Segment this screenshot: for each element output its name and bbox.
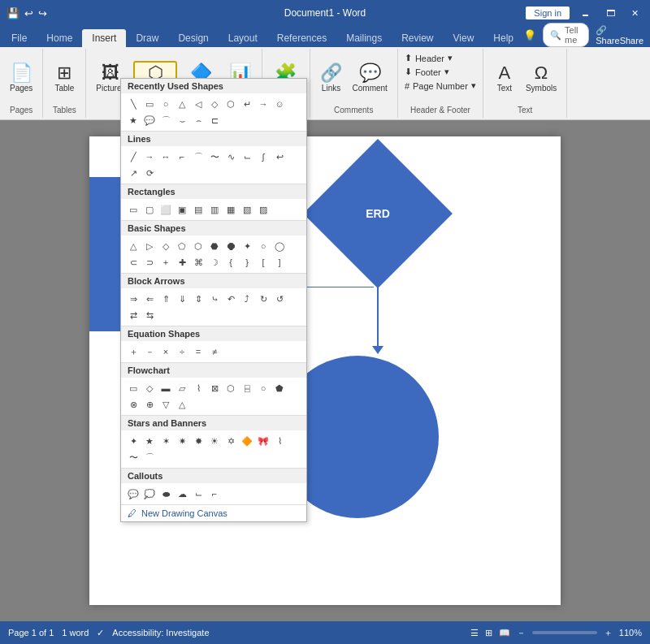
shape-star[interactable]: ★	[126, 113, 141, 128]
line-curved2[interactable]: ∫	[256, 149, 271, 164]
zoom-out-button[interactable]: －	[517, 627, 526, 639]
page-number-button[interactable]: # Page Number ▾	[403, 80, 478, 92]
co-bent[interactable]: ⌐	[207, 486, 222, 501]
sb-8pt[interactable]: ✸	[191, 434, 206, 448]
fc-misc2[interactable]: ⊕	[142, 397, 157, 412]
fc-terminal[interactable]: ▬	[158, 381, 173, 395]
shape-bent[interactable]: ↵	[240, 97, 254, 111]
tab-help[interactable]: Help	[483, 29, 523, 47]
shape-hex[interactable]: ⬡	[223, 97, 238, 111]
fc-off[interactable]: ⬟	[272, 381, 287, 395]
bs-deca[interactable]: ✦	[240, 239, 254, 253]
co-rect[interactable]: 💬	[126, 486, 141, 501]
ba-misc2[interactable]: ↻	[256, 292, 271, 306]
bs-brace2[interactable]: }	[240, 255, 254, 270]
eq-nequal[interactable]: ≠	[207, 344, 222, 359]
line-misc2[interactable]: ↗	[126, 166, 141, 180]
comment-button[interactable]: 💬 Comment	[349, 63, 391, 94]
bs-diamond[interactable]: ◇	[158, 239, 173, 253]
ba-right[interactable]: ⇒	[126, 292, 141, 306]
ba-up[interactable]: ⇑	[158, 292, 173, 306]
text-button[interactable]: A Text	[490, 63, 519, 94]
rect-snip5[interactable]: ▦	[223, 202, 238, 217]
pages-button[interactable]: 📄 Pages	[6, 63, 36, 94]
close-button[interactable]: ✕	[626, 8, 644, 19]
line-elbow2[interactable]: ⌙	[240, 149, 254, 164]
tab-home[interactable]: Home	[37, 29, 82, 47]
tab-draw[interactable]: Draw	[126, 29, 168, 47]
sb-4pt[interactable]: ✦	[126, 434, 141, 448]
bs-hex[interactable]: ⬡	[191, 239, 206, 253]
shape-rtriangle[interactable]: ◁	[191, 97, 206, 111]
tab-review[interactable]: Review	[392, 29, 443, 47]
tab-references[interactable]: References	[267, 29, 336, 47]
ba-left[interactable]: ⇐	[142, 292, 157, 306]
line-dbl-arrow[interactable]: ↔	[158, 149, 173, 164]
sb-seal1[interactable]: ✡	[223, 434, 238, 448]
new-drawing-canvas-button[interactable]: 🖊 New Drawing Canvas	[121, 504, 306, 521]
rect-snip2[interactable]: ▣	[175, 202, 189, 217]
co-cloud[interactable]: ☁	[175, 486, 189, 501]
sb-banner1[interactable]: 🎀	[256, 434, 271, 448]
table-button[interactable]: ⊞ Table	[50, 63, 79, 94]
maximize-button[interactable]: 🗖	[601, 8, 620, 18]
shape-misc4[interactable]: ⊏	[207, 113, 222, 128]
shape-misc1[interactable]: ⌒	[158, 113, 173, 128]
bs-plus[interactable]: +	[158, 255, 173, 270]
tab-design[interactable]: Design	[168, 29, 218, 47]
ba-curve[interactable]: ↶	[223, 292, 238, 306]
ba-misc3[interactable]: ↺	[272, 292, 287, 306]
bs-oval[interactable]: ◯	[272, 239, 287, 253]
shape-arrow-r[interactable]: →	[256, 97, 271, 111]
symbols-button[interactable]: Ω Symbols	[522, 63, 560, 94]
shape-misc2[interactable]: ⌣	[175, 113, 189, 128]
ba-misc4[interactable]: ⇄	[126, 308, 141, 322]
ba-quad[interactable]: ⇕	[191, 292, 206, 306]
fc-prep[interactable]: ⬡	[223, 381, 238, 395]
tab-mailings[interactable]: Mailings	[336, 29, 392, 47]
shape-triangle[interactable]: △	[175, 97, 189, 111]
fc-manual[interactable]: ⌸	[240, 381, 254, 395]
rect-snip3[interactable]: ▤	[191, 202, 206, 217]
zoom-level[interactable]: 110%	[619, 628, 642, 638]
fc-process[interactable]: ▭	[126, 381, 141, 395]
line-curved[interactable]: ⌒	[191, 149, 206, 164]
view-web-icon[interactable]: ⊞	[485, 628, 492, 638]
redo-icon[interactable]: ↪	[38, 7, 47, 19]
fc-data[interactable]: ▱	[175, 381, 189, 395]
ba-bent[interactable]: ⤷	[207, 292, 222, 306]
bs-misc1[interactable]: ⊂	[126, 255, 141, 270]
line-misc1[interactable]: ↩	[272, 149, 287, 164]
shape-line[interactable]: ╲	[126, 97, 141, 111]
bs-misc4[interactable]: ☽	[207, 255, 222, 270]
rect-plain[interactable]: ▭	[126, 202, 141, 217]
co-round[interactable]: 💭	[142, 486, 157, 501]
bs-bracket2[interactable]: ]	[272, 255, 287, 270]
sb-7pt[interactable]: ✷	[175, 434, 189, 448]
eq-div[interactable]: ÷	[175, 344, 189, 359]
shape-circle[interactable]: ○	[158, 97, 173, 111]
bs-circle[interactable]: ○	[256, 239, 271, 253]
tab-file[interactable]: File	[2, 29, 37, 47]
zoom-slider[interactable]	[532, 631, 597, 634]
sb-6pt[interactable]: ✶	[158, 434, 173, 448]
sb-sun[interactable]: ☀	[207, 434, 222, 448]
sb-seal2[interactable]: 🔶	[240, 434, 254, 448]
eq-plus[interactable]: ＋	[126, 344, 141, 359]
view-read-icon[interactable]: 📖	[499, 628, 510, 638]
eq-minus[interactable]: －	[142, 344, 157, 359]
shape-diamond[interactable]: ◇	[207, 97, 222, 111]
shape-callout[interactable]: 💬	[142, 113, 157, 128]
eq-equal[interactable]: =	[191, 344, 206, 359]
minimize-button[interactable]: 🗕	[576, 8, 595, 18]
fc-store[interactable]: △	[175, 397, 189, 412]
shape-misc3[interactable]: ⌢	[191, 113, 206, 128]
line-elbow[interactable]: ⌐	[175, 149, 189, 164]
bs-hept[interactable]: ⬣	[207, 239, 222, 253]
bs-brace1[interactable]: {	[223, 255, 238, 270]
sb-wave[interactable]: ⌒	[142, 450, 157, 465]
share-button[interactable]: 🔗 ShareShare	[596, 25, 644, 45]
line-scribble[interactable]: ∿	[223, 149, 238, 164]
rect-snip4[interactable]: ▥	[207, 202, 222, 217]
tab-layout[interactable]: Layout	[219, 29, 267, 47]
